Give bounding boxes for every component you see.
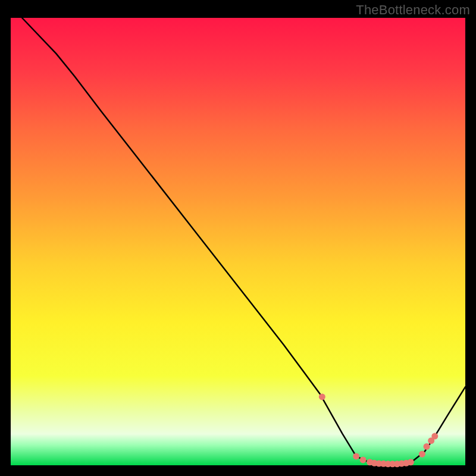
plot-background [11,18,465,465]
chart-container: TheBottleneck.com [0,0,476,476]
marker-point [431,433,438,440]
marker-point [408,459,414,465]
marker-point [319,393,325,400]
bottleneck-chart [0,0,476,476]
marker-point [360,456,367,463]
marker-point [353,453,359,459]
watermark-text: TheBottleneck.com [356,2,470,18]
marker-point [424,443,430,450]
marker-point [419,451,425,458]
